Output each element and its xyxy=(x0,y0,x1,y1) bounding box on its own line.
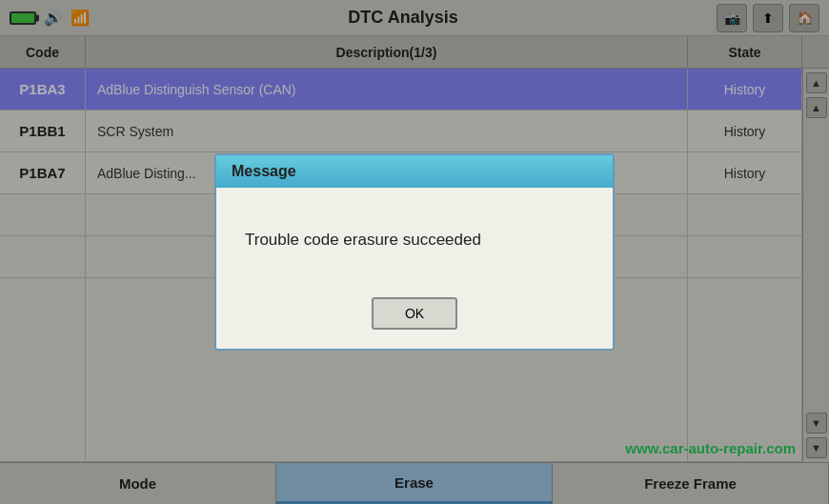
main-screen: 🔊 📶 DTC Analysis 📷 ⬆ 🏠 Code Description(… xyxy=(0,0,829,504)
modal-overlay: Message Trouble code erasure succeeded O… xyxy=(0,0,829,504)
ok-button[interactable]: OK xyxy=(372,297,457,330)
modal-body: Trouble code erasure succeeded xyxy=(216,188,613,283)
modal-footer: OK xyxy=(216,283,613,349)
modal-header: Message xyxy=(216,155,613,188)
modal-message: Trouble code erasure succeeded xyxy=(245,231,481,250)
message-dialog: Message Trouble code erasure succeeded O… xyxy=(214,153,615,351)
